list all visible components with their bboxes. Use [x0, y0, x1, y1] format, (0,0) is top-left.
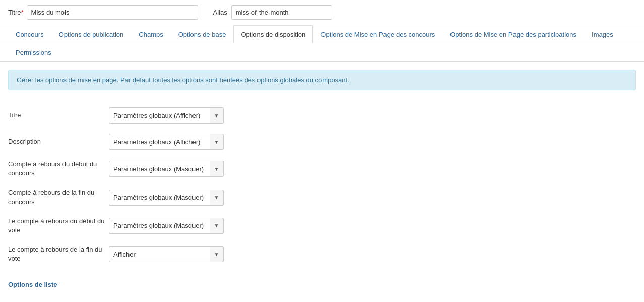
tab-images[interactable]: Images: [584, 25, 621, 43]
form-row-compte-fin-concours: Compte à rebours de la fin du concours P…: [8, 183, 636, 211]
dropdown-btn-compte-fin-concours[interactable]: ▼: [210, 190, 224, 206]
select-compte-debut-vote[interactable]: Paramètres globaux (Masquer): [109, 218, 210, 234]
tab-permissions[interactable]: Permissions: [8, 43, 59, 62]
dropdown-btn-compte-debut-concours[interactable]: ▼: [210, 161, 224, 177]
control-description: Paramètres globaux (Afficher) ▼: [109, 134, 224, 150]
select-description[interactable]: Paramètres globaux (Afficher): [109, 134, 210, 150]
select-compte-fin-vote[interactable]: Afficher: [109, 246, 210, 262]
alias-group: Alias: [213, 5, 332, 20]
top-bar: Titre* Alias: [0, 0, 644, 25]
options-de-liste-section: Options de liste: [0, 273, 644, 292]
tabs-bar: Concours Options de publication Champs O…: [0, 25, 644, 43]
info-banner-text: Gérer les options de mise en page. Par d…: [17, 76, 349, 84]
chevron-down-icon: ▼: [214, 166, 219, 172]
chevron-down-icon: ▼: [214, 223, 219, 228]
tab-options-base[interactable]: Options de base: [171, 25, 234, 43]
tab-options-disposition[interactable]: Options de disposition: [233, 25, 313, 43]
form-row-compte-fin-vote: Le compte à rebours de la fin du vote Af…: [8, 240, 636, 268]
tab-mise-en-page-concours[interactable]: Options de Mise en Page des concours: [313, 25, 442, 43]
select-compte-debut-concours[interactable]: Paramètres globaux (Masquer): [109, 161, 210, 177]
tabs-second-row: Permissions: [0, 43, 644, 62]
form-row-compte-debut-concours: Compte à rebours du début du concours Pa…: [8, 155, 636, 183]
title-label-text: Titre: [8, 9, 21, 16]
select-titre[interactable]: Paramètres globaux (Afficher): [109, 107, 210, 124]
label-compte-debut-concours: Compte à rebours du début du concours: [8, 160, 109, 178]
control-compte-debut-vote: Paramètres globaux (Masquer) ▼: [109, 218, 224, 234]
dropdown-btn-compte-debut-vote[interactable]: ▼: [210, 218, 224, 234]
dropdown-btn-description[interactable]: ▼: [210, 134, 224, 150]
info-banner: Gérer les options de mise en page. Par d…: [8, 70, 636, 90]
tab-concours[interactable]: Concours: [8, 25, 51, 43]
control-compte-fin-vote: Afficher ▼: [109, 246, 224, 262]
title-label: Titre*: [8, 9, 24, 16]
form-section: Titre Paramètres globaux (Afficher) ▼ De…: [0, 98, 644, 273]
label-description: Description: [8, 137, 109, 146]
control-compte-fin-concours: Paramètres globaux (Masquer) ▼: [109, 190, 224, 206]
control-compte-debut-concours: Paramètres globaux (Masquer) ▼: [109, 161, 224, 177]
select-compte-fin-concours[interactable]: Paramètres globaux (Masquer): [109, 190, 210, 206]
tab-options-publication[interactable]: Options de publication: [51, 25, 132, 43]
label-compte-debut-vote: Le compte à rebours du début du vote: [8, 217, 109, 235]
options-de-liste-link[interactable]: Options de liste: [8, 281, 57, 288]
form-row-description: Description Paramètres globaux (Afficher…: [8, 129, 636, 155]
chevron-down-icon: ▼: [214, 139, 219, 145]
form-row-compte-debut-vote: Le compte à rebours du début du vote Par…: [8, 212, 636, 240]
chevron-down-icon: ▼: [214, 252, 219, 257]
required-star: *: [21, 9, 24, 16]
dropdown-btn-compte-fin-vote[interactable]: ▼: [210, 246, 224, 262]
title-input[interactable]: [27, 5, 198, 20]
chevron-down-icon: ▼: [214, 195, 219, 200]
label-compte-fin-concours: Compte à rebours de la fin du concours: [8, 188, 109, 206]
tab-mise-en-page-participations[interactable]: Options de Mise en Page des participatio…: [442, 25, 584, 43]
alias-label: Alias: [213, 9, 227, 16]
chevron-down-icon: ▼: [214, 113, 219, 118]
alias-input[interactable]: [231, 5, 332, 20]
dropdown-btn-titre[interactable]: ▼: [210, 107, 224, 124]
label-compte-fin-vote: Le compte à rebours de la fin du vote: [8, 245, 109, 263]
title-group: Titre*: [8, 5, 198, 20]
control-titre: Paramètres globaux (Afficher) ▼: [109, 107, 224, 124]
tab-champs[interactable]: Champs: [131, 25, 170, 43]
form-row-titre: Titre Paramètres globaux (Afficher) ▼: [8, 102, 636, 129]
label-titre: Titre: [8, 111, 109, 120]
